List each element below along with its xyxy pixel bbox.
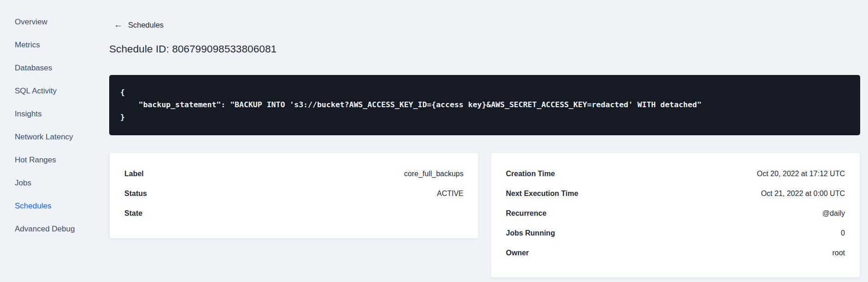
sidebar-item-jobs[interactable]: Jobs	[0, 172, 97, 195]
schedule-execution-card: Creation Time Oct 20, 2022 at 17:12 UTC …	[491, 152, 860, 278]
sidebar-item-network-latency[interactable]: Network Latency	[0, 126, 97, 149]
sidebar-item-sql-activity[interactable]: SQL Activity	[0, 80, 97, 103]
sidebar-item-insights[interactable]: Insights	[0, 103, 97, 126]
back-link-label: Schedules	[128, 21, 164, 29]
next-execution-time-value: Oct 21, 2022 at 0:00 UTC	[761, 190, 845, 198]
detail-cards-row: Label core_full_backups Status ACTIVE St…	[109, 152, 860, 278]
recurrence-value: @daily	[822, 209, 845, 218]
table-row: Creation Time Oct 20, 2022 at 17:12 UTC	[506, 164, 845, 184]
table-row: Status ACTIVE	[124, 184, 463, 203]
sidebar-item-metrics[interactable]: Metrics	[0, 34, 97, 57]
table-row: Label core_full_backups	[124, 164, 463, 184]
table-row: Next Execution Time Oct 21, 2022 at 0:00…	[506, 184, 845, 203]
sidebar-item-databases[interactable]: Databases	[0, 57, 97, 80]
label-key: Label	[124, 170, 144, 178]
table-row: Owner root	[506, 243, 845, 263]
sidebar-item-schedules[interactable]: Schedules	[0, 195, 97, 218]
next-execution-time-key: Next Execution Time	[506, 190, 578, 198]
table-row: Recurrence @daily	[506, 203, 845, 223]
creation-time-value: Oct 20, 2022 at 17:12 UTC	[757, 170, 845, 178]
creation-time-key: Creation Time	[506, 170, 555, 178]
back-arrow-icon: ←	[114, 20, 123, 29]
back-to-schedules-button[interactable]: ← Schedules	[109, 20, 164, 30]
owner-key: Owner	[506, 249, 529, 257]
status-key: Status	[124, 190, 147, 198]
jobs-running-key: Jobs Running	[506, 229, 555, 237]
schedule-definition-code-block: { "backup_statement": "BACKUP INTO 's3:/…	[109, 75, 860, 135]
jobs-running-value: 0	[841, 229, 845, 237]
schedule-detail-page: ← Schedules Schedule ID: 806799098533806…	[109, 0, 860, 278]
page-title: Schedule ID: 806799098533806081	[109, 43, 860, 55]
backup-statement-code: { "backup_statement": "BACKUP INTO 's3:/…	[120, 86, 849, 123]
owner-value: root	[832, 249, 845, 257]
schedule-details-card: Label core_full_backups Status ACTIVE St…	[109, 152, 479, 239]
recurrence-key: Recurrence	[506, 209, 546, 218]
table-row: Jobs Running 0	[506, 223, 845, 243]
state-key: State	[124, 209, 142, 218]
sidebar-item-advanced-debug[interactable]: Advanced Debug	[0, 218, 97, 241]
sidebar: Overview Metrics Databases SQL Activity …	[0, 0, 97, 282]
status-value: ACTIVE	[437, 190, 463, 198]
table-row: State	[124, 203, 463, 223]
sidebar-item-hot-ranges[interactable]: Hot Ranges	[0, 149, 97, 172]
sidebar-item-overview[interactable]: Overview	[0, 11, 97, 34]
label-value: core_full_backups	[404, 170, 463, 178]
